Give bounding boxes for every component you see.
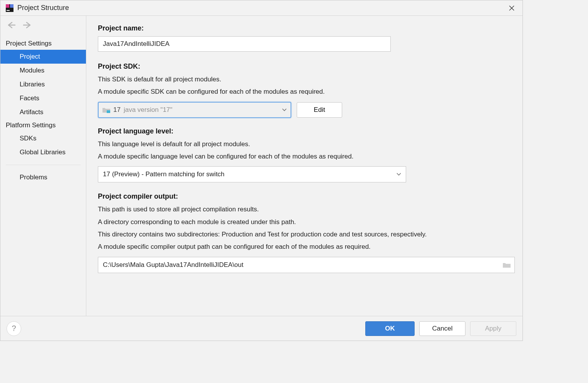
footer: ? OK Cancel Apply (0, 316, 522, 341)
chevron-down-icon (282, 108, 287, 111)
titlebar-left: Project Structure (6, 4, 69, 12)
sidebar-item-label: Facets (20, 94, 39, 102)
window-title: Project Structure (17, 4, 69, 12)
output-desc3: This directory contains two subdirectori… (98, 229, 511, 240)
help-button[interactable]: ? (7, 321, 21, 336)
project-name-input[interactable] (98, 36, 391, 52)
lang-desc2: A module specific language level can be … (98, 152, 511, 162)
language-level-value: 17 (Preview) - Pattern matching for swit… (103, 170, 225, 178)
sidebar-item-label: Modules (20, 67, 44, 74)
output-desc4: A module specific compiler output path c… (98, 242, 511, 252)
sidebar-item-facets[interactable]: Facets (0, 91, 86, 105)
cancel-button[interactable]: Cancel (419, 321, 465, 336)
intellij-icon (6, 4, 13, 12)
sidebar-item-artifacts[interactable]: Artifacts (0, 105, 86, 119)
back-arrow-icon[interactable] (7, 21, 16, 30)
sidebar-item-global-libraries[interactable]: Global Libraries (0, 145, 86, 159)
sidebar-divider (6, 165, 81, 165)
sidebar-item-label: Global Libraries (20, 148, 66, 156)
platform-settings-heading: Platform Settings (0, 119, 86, 132)
main-panel: Project name: Project SDK: This SDK is d… (86, 16, 522, 316)
compiler-output-row (98, 257, 515, 273)
compiler-output-label: Project compiler output: (98, 192, 511, 201)
compiler-output-input[interactable] (98, 257, 499, 273)
sdk-desc1: This SDK is default for all project modu… (98, 74, 511, 84)
chevron-down-icon (396, 173, 401, 176)
sdk-desc2: A module specific SDK can be configured … (98, 87, 511, 97)
project-settings-heading: Project Settings (0, 37, 86, 50)
nav-arrows (0, 21, 86, 37)
sidebar-item-sdks[interactable]: SDKs (0, 132, 86, 145)
sidebar-item-label: Libraries (20, 81, 45, 88)
titlebar: Project Structure (0, 0, 522, 16)
close-button[interactable] (506, 2, 518, 14)
language-level-label: Project language level: (98, 127, 511, 135)
svg-rect-2 (10, 4, 13, 8)
project-sdk-label: Project SDK: (98, 62, 511, 71)
project-name-label: Project name: (98, 24, 511, 32)
sidebar-item-libraries[interactable]: Libraries (0, 78, 86, 91)
sdk-version: java version "17" (124, 106, 172, 114)
sdk-combobox[interactable]: 17 java version "17" (98, 102, 291, 118)
dialog-body: Project Settings Project Modules Librari… (0, 16, 522, 316)
sidebar-item-label: Problems (20, 174, 47, 181)
output-desc2: A directory corresponding to each module… (98, 217, 511, 227)
project-structure-dialog: Project Structure Project Settings Proje… (0, 0, 523, 341)
forward-arrow-icon[interactable] (23, 21, 32, 30)
browse-folder-button[interactable] (499, 257, 514, 273)
svg-rect-1 (6, 4, 9, 8)
sidebar-item-modules[interactable]: Modules (0, 64, 86, 78)
svg-rect-8 (107, 110, 110, 113)
sidebar-item-label: Project (20, 53, 40, 60)
ok-button[interactable]: OK (365, 321, 415, 336)
svg-rect-3 (7, 10, 10, 11)
output-desc1: This path is used to store all project c… (98, 204, 511, 214)
folder-icon (503, 262, 511, 268)
lang-desc1: This language level is default for all p… (98, 139, 511, 149)
sdk-row: 17 java version "17" Edit (98, 102, 511, 118)
language-level-combobox[interactable]: 17 (Preview) - Pattern matching for swit… (98, 166, 406, 182)
sidebar: Project Settings Project Modules Librari… (0, 16, 86, 316)
sidebar-item-project[interactable]: Project (0, 50, 86, 64)
sidebar-item-problems[interactable]: Problems (0, 170, 86, 184)
sidebar-item-label: Artifacts (20, 108, 43, 116)
help-icon: ? (12, 324, 16, 333)
apply-button[interactable]: Apply (470, 321, 516, 336)
jdk-folder-icon (102, 107, 110, 113)
edit-sdk-button[interactable]: Edit (297, 102, 342, 118)
sidebar-item-label: SDKs (20, 135, 36, 142)
sdk-name: 17 (113, 106, 121, 114)
